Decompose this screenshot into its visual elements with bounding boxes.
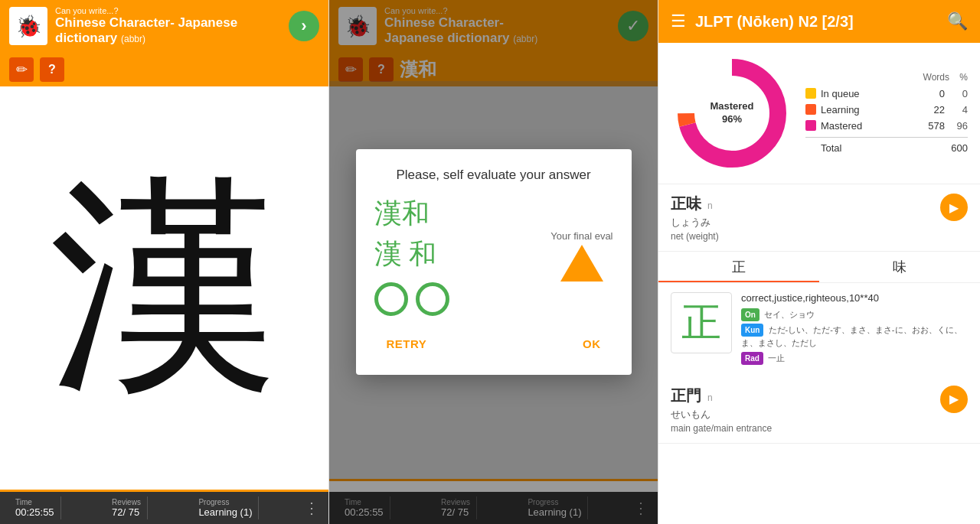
word-header-seimon: 正門 n せいもん main gate/main entrance ▶ (671, 386, 968, 434)
word-type-seimon: n (707, 392, 713, 403)
legend-divider (805, 137, 968, 138)
radical-readings: Rad 一止 (741, 352, 968, 365)
retry-button[interactable]: RETRY (374, 331, 439, 356)
kanji-image-sei: 正 (671, 292, 732, 353)
circle-eval-1[interactable] (374, 282, 408, 316)
legend-row-inqueue: In queue 0 0 (805, 86, 968, 102)
app-subtitle: Can you write...? (55, 6, 281, 15)
triangle-eval[interactable] (560, 245, 603, 282)
more-options-button[interactable]: ⋮ (304, 499, 319, 517)
total-row: Total 600 (805, 141, 968, 155)
dialog-content: 漢和 漢 和 Your final eval (374, 195, 613, 316)
dialog-overlay: Please, self evaluate your answer 漢和 漢 和… (329, 0, 658, 524)
app-title-block: Can you write...? Chinese Character- Jap… (55, 6, 281, 47)
dialog-title: Please, self evaluate your answer (374, 168, 613, 183)
kanji-info: correct,justice,righteous,10**40 On セイ、シ… (741, 292, 968, 367)
kanji-answers: 漢和 漢 和 (374, 195, 449, 316)
eval-section: Your final eval (550, 230, 612, 282)
word-header-shomi: 正味 n しょうみ net (weight) ▶ (671, 194, 968, 242)
mastered-dot (805, 120, 816, 131)
word-card-seimon: 正門 n せいもん main gate/main entrance ▶ (658, 376, 980, 444)
word-card-shomi: 正味 n しょうみ net (weight) ▶ (658, 184, 980, 252)
stats-section: Mastered 96% Words % In queue 0 0 Learni… (658, 43, 980, 184)
panel1-header: 🐞 Can you write...? Chinese Character- J… (0, 0, 328, 53)
play-button-shomi[interactable]: ▶ (940, 194, 968, 221)
word-reading-seimon: せいもん (671, 408, 772, 421)
donut-chart: Mastered 96% (671, 52, 793, 174)
user-answer: 漢 和 (374, 236, 449, 273)
progress-stat: Progress Learning (1) (192, 496, 259, 519)
panel1-toolbar: ✏ ? (0, 53, 328, 86)
legend-header: Words % (805, 72, 968, 83)
in-queue-dot (805, 88, 816, 99)
learning-dot (805, 104, 816, 115)
dialog-actions: RETRY OK (374, 331, 613, 356)
kun-badge: Kun (741, 324, 763, 337)
legend-row-mastered: Mastered 578 96 (805, 118, 968, 134)
panel-writing: 🐞 Can you write...? Chinese Character- J… (0, 0, 329, 524)
panel-evaluate: 🐞 Can you write...? Chinese Character-Ja… (329, 0, 658, 524)
donut-label: Mastered 96% (710, 100, 753, 126)
jlpt-header: ☰ JLPT (Nōken) N2 [2/3] 🔍 (658, 0, 980, 43)
app-title: Chinese Character- Japanese dictionary (… (55, 15, 281, 47)
legend-table: Words % In queue 0 0 Learning 22 4 Maste… (805, 72, 968, 155)
help-icon[interactable]: ? (40, 57, 64, 82)
rad-badge: Rad (741, 352, 763, 365)
app-logo: 🐞 (9, 7, 47, 45)
play-button-seimon[interactable]: ▶ (940, 386, 968, 413)
word-kanji-seimon: 正門 (671, 386, 701, 406)
kanji-character: 漢 (50, 173, 279, 402)
eval-circles (374, 282, 449, 316)
drawing-area[interactable]: 漢 (0, 86, 328, 490)
jlpt-title: JLPT (Nōken) N2 [2/3] (695, 13, 938, 31)
kanji-tab-mi[interactable]: 味 (819, 252, 980, 282)
circle-eval-2[interactable] (416, 282, 449, 316)
kanji-detail: 正 correct,justice,righteous,10**40 On セイ… (658, 283, 980, 376)
self-evaluate-dialog: Please, self evaluate your answer 漢和 漢 和… (356, 149, 632, 375)
eval-label: Your final eval (550, 230, 612, 242)
word-meaning-shomi: net (weight) (671, 231, 719, 242)
reviews-stat: Reviews 72/ 75 (106, 496, 148, 519)
word-reading-shomi: しょうみ (671, 216, 719, 229)
draw-tool-icon[interactable]: ✏ (9, 57, 34, 82)
kanji-tab-sei[interactable]: 正 (658, 252, 819, 282)
next-button[interactable]: › (289, 11, 319, 41)
panel-jlpt: ☰ JLPT (Nōken) N2 [2/3] 🔍 Mastered 96% W… (658, 0, 980, 524)
kanji-tabs: 正 味 (658, 252, 980, 283)
panel1-bottom-bar: Time 00:25:55 Reviews 72/ 75 Progress Le… (0, 492, 328, 524)
time-stat: Time 00:25:55 (9, 496, 61, 519)
search-icon[interactable]: 🔍 (947, 11, 968, 31)
kanji-meaning: correct,justice,righteous,10**40 (741, 292, 968, 304)
on-readings: On セイ、ショウ (741, 308, 968, 321)
word-kanji-shomi: 正味 (671, 194, 701, 214)
kun-readings: Kun ただ-しい、ただ-す、まさ、まさ-に、おお、くに、ま、まさし、ただし (741, 324, 968, 350)
legend-row-learning: Learning 22 4 (805, 102, 968, 118)
on-badge: On (741, 308, 760, 321)
word-meaning-seimon: main gate/main entrance (671, 423, 772, 434)
correct-answer: 漢和 (374, 195, 449, 233)
word-type-shomi: n (707, 200, 713, 211)
hamburger-menu-icon[interactable]: ☰ (671, 11, 686, 31)
ok-button[interactable]: OK (570, 331, 613, 356)
